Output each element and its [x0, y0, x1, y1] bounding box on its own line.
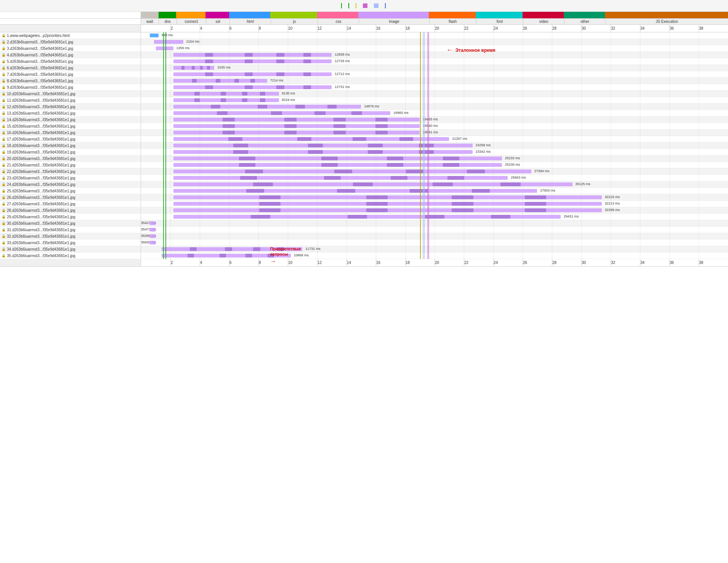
row-number: 7. — [7, 72, 10, 77]
lock-icon: 🔒 — [2, 72, 6, 76]
row-label: 🔒30. d263b6iuarmst3...f35e9d43681e1.jpg — [0, 220, 141, 226]
grid-line-6 — [229, 240, 229, 246]
grid-line-32 — [611, 104, 611, 110]
lock-icon: 🔒 — [2, 182, 6, 186]
grid-line-36 — [669, 84, 670, 91]
timing-sub-bar — [297, 137, 311, 141]
row-number: 12. — [7, 105, 12, 109]
grid-line-28 — [552, 117, 552, 123]
timing-sub-bar — [327, 105, 337, 109]
grid-line-26 — [523, 91, 523, 97]
grid-line-38 — [699, 240, 699, 246]
grid-line-34 — [640, 188, 640, 194]
row-label: 🔒3. d263b6iuarmst3...f35e9d43681e1.jpg — [0, 45, 141, 51]
grid-line-32 — [611, 110, 611, 117]
grid-line-30 — [581, 214, 582, 220]
grid-line-26 — [523, 142, 523, 149]
grid-line-8 — [258, 32, 259, 39]
grid-line-2 — [170, 123, 171, 130]
grid-line-16 — [376, 91, 376, 97]
grid-line-26 — [523, 32, 523, 39]
grid-line-24 — [493, 149, 494, 155]
lock-icon: 🔒 — [2, 105, 6, 109]
timing-sub-bar — [303, 72, 311, 76]
timing-sub-bar — [419, 144, 434, 147]
tick-12: 12 — [317, 259, 322, 266]
grid-line-16 — [376, 65, 376, 71]
grid-line-4 — [200, 233, 200, 240]
tick-26: 26 — [523, 259, 527, 266]
grid-line-2 — [170, 233, 171, 240]
grid-line-36 — [669, 175, 670, 181]
timing-sub-bar — [308, 150, 323, 154]
row-timeline: 25663 ms — [141, 175, 728, 181]
row-number: 17. — [7, 137, 12, 141]
grid-line-14 — [346, 32, 347, 39]
grid-line-6 — [229, 227, 229, 233]
row-label: 🔒10. d263b6iuarmst3...f35e9d43681e1.jpg — [0, 91, 141, 97]
grid-line-2 — [170, 65, 171, 71]
grid-line-32 — [611, 240, 611, 246]
grid-line-38 — [699, 71, 699, 78]
grid-line-10 — [288, 240, 288, 246]
row-label: 🔒13. d263b6iuarmst3...f35e9d43681e1.jpg — [0, 110, 141, 116]
annotation-etalon: ←Эталонное время — [446, 46, 495, 54]
timing-sub-bar — [260, 92, 265, 96]
row-number: 22. — [7, 170, 12, 174]
grid-line-4 — [200, 45, 200, 52]
timing-sub-bar — [443, 157, 459, 160]
grid-line-38 — [699, 32, 699, 39]
timing-label-after: 12726 ms — [335, 59, 350, 63]
table-row: 🔒6. d263b6iuarmst3...f35e9d43681e1.jpg31… — [0, 65, 728, 71]
lock-icon: 🔒 — [2, 66, 6, 70]
grid-line-12 — [317, 227, 317, 233]
grid-line-18 — [405, 78, 406, 84]
grid-line-30 — [581, 136, 582, 142]
grid-line-34 — [640, 84, 640, 91]
timing-sub-bar — [353, 182, 373, 186]
grid-line-30 — [581, 188, 582, 194]
rt-css — [317, 12, 358, 18]
grid-line-28 — [552, 58, 552, 65]
lock-icon: 🔒 — [2, 241, 6, 245]
timing-sub-bar — [337, 189, 355, 193]
grid-line-38 — [699, 136, 699, 142]
grid-line-12 — [317, 39, 317, 45]
lock-icon: 🔒 — [2, 157, 6, 160]
lock-icon: 🔒 — [2, 59, 6, 63]
timing-label-after: 30125 ms — [576, 182, 591, 186]
row-timeline: 30125 ms — [141, 181, 728, 188]
timing-sub-bar — [211, 105, 220, 109]
row-timeline: 27903 ms — [141, 188, 728, 194]
row-timeline: 2154 ms — [141, 39, 728, 45]
row-filename: d263b6iuarmst3...f35e9d43681e1.jpg — [12, 254, 75, 258]
row-timeline: 27394 ms — [141, 168, 728, 175]
row-number: 20. — [7, 157, 12, 161]
grid-line-14 — [346, 45, 347, 52]
on-load-bar-icon — [374, 3, 378, 8]
grid-line-36 — [669, 32, 670, 39]
grid-line-8 — [258, 240, 259, 246]
grid-line-34 — [640, 214, 640, 220]
grid-line-24 — [493, 233, 494, 240]
grid-line-12 — [317, 233, 317, 240]
timing-label-after: 32216 ms — [605, 195, 620, 199]
row-timeline: 11731 ms — [141, 246, 728, 253]
timing-bar — [150, 221, 156, 225]
grid-line-26 — [523, 110, 523, 117]
grid-line-20 — [435, 104, 435, 110]
grid-line-24 — [493, 136, 494, 142]
timing-sub-bar — [406, 170, 424, 173]
timing-sub-bar — [334, 131, 346, 134]
legend-rum-first-paint — [348, 3, 350, 8]
row-number: 5. — [7, 59, 10, 64]
grid-line-30 — [581, 227, 582, 233]
grid-line-36 — [669, 39, 670, 45]
timing-sub-bar — [375, 124, 388, 128]
grid-line-2 — [170, 104, 171, 110]
table-row: 🔒23. d263b6iuarmst3...f35e9d43681e1.jpg2… — [0, 175, 728, 181]
grid-line-30 — [581, 104, 582, 110]
grid-line-26 — [523, 240, 523, 246]
tick-18: 18 — [405, 259, 410, 266]
rt-jsexec — [605, 12, 728, 18]
